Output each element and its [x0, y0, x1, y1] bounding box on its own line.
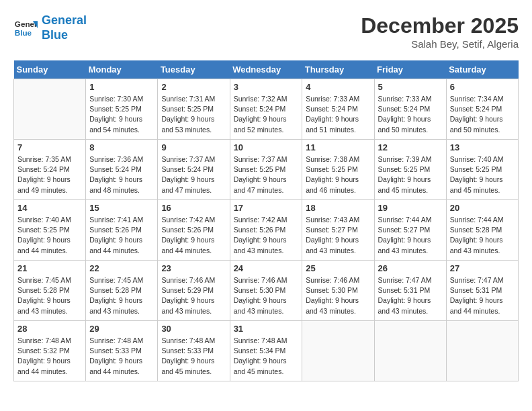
logo-text: General Blue	[42, 13, 87, 42]
day-number: 26	[378, 263, 443, 273]
day-info: Sunrise: 7:45 AM Sunset: 5:28 PM Dayligh…	[17, 275, 82, 316]
day-number: 18	[306, 203, 370, 213]
day-number: 10	[234, 142, 299, 152]
month-title: December 2025	[361, 13, 519, 38]
day-number: 7	[17, 142, 82, 152]
day-info: Sunrise: 7:34 AM Sunset: 5:24 PM Dayligh…	[450, 94, 515, 135]
day-number: 20	[450, 203, 515, 213]
location: Salah Bey, Setif, Algeria	[361, 38, 519, 50]
calendar-cell: 30Sunrise: 7:48 AM Sunset: 5:33 PM Dayli…	[158, 321, 230, 381]
day-info: Sunrise: 7:33 AM Sunset: 5:24 PM Dayligh…	[378, 94, 443, 135]
day-number: 25	[306, 263, 370, 273]
day-info: Sunrise: 7:45 AM Sunset: 5:28 PM Dayligh…	[89, 275, 154, 316]
calendar-cell: 18Sunrise: 7:43 AM Sunset: 5:27 PM Dayli…	[302, 200, 374, 261]
day-number: 4	[306, 82, 370, 92]
day-number: 12	[378, 142, 443, 152]
calendar-cell: 9Sunrise: 7:37 AM Sunset: 5:24 PM Daylig…	[158, 140, 230, 200]
day-number: 24	[234, 263, 299, 273]
calendar-cell: 19Sunrise: 7:44 AM Sunset: 5:27 PM Dayli…	[374, 200, 446, 261]
day-number: 6	[450, 82, 515, 92]
svg-text:General: General	[15, 19, 38, 28]
calendar-cell: 5Sunrise: 7:33 AM Sunset: 5:24 PM Daylig…	[374, 79, 446, 140]
calendar-cell: 8Sunrise: 7:36 AM Sunset: 5:24 PM Daylig…	[86, 140, 158, 200]
column-header-friday: Friday	[374, 60, 446, 79]
calendar-cell	[302, 321, 374, 381]
logo: General Blue General Blue	[13, 13, 87, 42]
day-number: 21	[17, 263, 82, 273]
column-header-tuesday: Tuesday	[158, 60, 230, 79]
calendar-cell: 11Sunrise: 7:38 AM Sunset: 5:25 PM Dayli…	[302, 140, 374, 200]
title-block: December 2025 Salah Bey, Setif, Algeria	[361, 13, 519, 50]
day-number: 22	[89, 263, 154, 273]
column-header-sunday: Sunday	[14, 60, 86, 79]
calendar-cell: 15Sunrise: 7:41 AM Sunset: 5:26 PM Dayli…	[86, 200, 158, 261]
calendar-cell	[446, 321, 518, 381]
day-number: 23	[161, 263, 226, 273]
day-info: Sunrise: 7:38 AM Sunset: 5:25 PM Dayligh…	[306, 154, 370, 195]
calendar-cell: 21Sunrise: 7:45 AM Sunset: 5:28 PM Dayli…	[14, 261, 86, 321]
day-number: 3	[234, 82, 299, 92]
calendar-cell	[14, 79, 86, 140]
day-info: Sunrise: 7:46 AM Sunset: 5:30 PM Dayligh…	[306, 275, 370, 316]
calendar-cell: 31Sunrise: 7:48 AM Sunset: 5:34 PM Dayli…	[230, 321, 302, 381]
day-number: 16	[161, 203, 226, 213]
calendar-cell: 3Sunrise: 7:32 AM Sunset: 5:24 PM Daylig…	[230, 79, 302, 140]
day-info: Sunrise: 7:44 AM Sunset: 5:28 PM Dayligh…	[450, 215, 515, 256]
day-number: 27	[450, 263, 515, 273]
day-info: Sunrise: 7:48 AM Sunset: 5:32 PM Dayligh…	[17, 336, 82, 377]
calendar-cell: 1Sunrise: 7:30 AM Sunset: 5:25 PM Daylig…	[86, 79, 158, 140]
day-info: Sunrise: 7:48 AM Sunset: 5:33 PM Dayligh…	[89, 336, 154, 377]
calendar-week-row: 21Sunrise: 7:45 AM Sunset: 5:28 PM Dayli…	[14, 261, 519, 321]
calendar-cell: 6Sunrise: 7:34 AM Sunset: 5:24 PM Daylig…	[446, 79, 518, 140]
calendar-cell: 26Sunrise: 7:47 AM Sunset: 5:31 PM Dayli…	[374, 261, 446, 321]
calendar-cell: 24Sunrise: 7:46 AM Sunset: 5:30 PM Dayli…	[230, 261, 302, 321]
day-info: Sunrise: 7:40 AM Sunset: 5:25 PM Dayligh…	[450, 154, 515, 195]
calendar-week-row: 14Sunrise: 7:40 AM Sunset: 5:25 PM Dayli…	[14, 200, 519, 261]
column-header-monday: Monday	[86, 60, 158, 79]
calendar-cell: 23Sunrise: 7:46 AM Sunset: 5:29 PM Dayli…	[158, 261, 230, 321]
day-number: 19	[378, 203, 443, 213]
day-info: Sunrise: 7:40 AM Sunset: 5:25 PM Dayligh…	[17, 215, 82, 256]
day-number: 11	[306, 142, 370, 152]
calendar-week-row: 28Sunrise: 7:48 AM Sunset: 5:32 PM Dayli…	[14, 321, 519, 381]
day-info: Sunrise: 7:43 AM Sunset: 5:27 PM Dayligh…	[306, 215, 370, 256]
calendar-cell: 20Sunrise: 7:44 AM Sunset: 5:28 PM Dayli…	[446, 200, 518, 261]
day-info: Sunrise: 7:41 AM Sunset: 5:26 PM Dayligh…	[89, 215, 154, 256]
day-info: Sunrise: 7:31 AM Sunset: 5:25 PM Dayligh…	[161, 94, 226, 135]
calendar-cell: 7Sunrise: 7:35 AM Sunset: 5:24 PM Daylig…	[14, 140, 86, 200]
calendar-cell: 14Sunrise: 7:40 AM Sunset: 5:25 PM Dayli…	[14, 200, 86, 261]
day-info: Sunrise: 7:42 AM Sunset: 5:26 PM Dayligh…	[234, 215, 299, 256]
day-info: Sunrise: 7:42 AM Sunset: 5:26 PM Dayligh…	[161, 215, 226, 256]
day-number: 31	[234, 324, 299, 334]
logo-icon: General Blue	[13, 16, 38, 40]
day-info: Sunrise: 7:32 AM Sunset: 5:24 PM Dayligh…	[234, 94, 299, 135]
calendar-table: SundayMondayTuesdayWednesdayThursdayFrid…	[13, 60, 519, 381]
calendar-cell: 2Sunrise: 7:31 AM Sunset: 5:25 PM Daylig…	[158, 79, 230, 140]
day-number: 15	[89, 203, 154, 213]
calendar-cell: 25Sunrise: 7:46 AM Sunset: 5:30 PM Dayli…	[302, 261, 374, 321]
day-info: Sunrise: 7:47 AM Sunset: 5:31 PM Dayligh…	[378, 275, 443, 316]
day-info: Sunrise: 7:46 AM Sunset: 5:29 PM Dayligh…	[161, 275, 226, 316]
calendar-header-row: SundayMondayTuesdayWednesdayThursdayFrid…	[14, 60, 519, 79]
day-info: Sunrise: 7:39 AM Sunset: 5:25 PM Dayligh…	[378, 154, 443, 195]
calendar-cell: 27Sunrise: 7:47 AM Sunset: 5:31 PM Dayli…	[446, 261, 518, 321]
calendar-cell: 29Sunrise: 7:48 AM Sunset: 5:33 PM Dayli…	[86, 321, 158, 381]
day-number: 14	[17, 203, 82, 213]
day-number: 29	[89, 324, 154, 334]
calendar-cell: 16Sunrise: 7:42 AM Sunset: 5:26 PM Dayli…	[158, 200, 230, 261]
day-info: Sunrise: 7:44 AM Sunset: 5:27 PM Dayligh…	[378, 215, 443, 256]
day-info: Sunrise: 7:46 AM Sunset: 5:30 PM Dayligh…	[234, 275, 299, 316]
column-header-saturday: Saturday	[446, 60, 518, 79]
calendar-cell: 13Sunrise: 7:40 AM Sunset: 5:25 PM Dayli…	[446, 140, 518, 200]
svg-text:Blue: Blue	[15, 28, 32, 36]
day-number: 28	[17, 324, 82, 334]
day-number: 30	[161, 324, 226, 334]
day-info: Sunrise: 7:36 AM Sunset: 5:24 PM Dayligh…	[89, 154, 154, 195]
day-number: 1	[89, 82, 154, 92]
day-info: Sunrise: 7:37 AM Sunset: 5:24 PM Dayligh…	[161, 154, 226, 195]
day-number: 13	[450, 142, 515, 152]
day-number: 2	[161, 82, 226, 92]
day-info: Sunrise: 7:48 AM Sunset: 5:33 PM Dayligh…	[161, 336, 226, 377]
day-info: Sunrise: 7:48 AM Sunset: 5:34 PM Dayligh…	[234, 336, 299, 377]
calendar-cell: 28Sunrise: 7:48 AM Sunset: 5:32 PM Dayli…	[14, 321, 86, 381]
